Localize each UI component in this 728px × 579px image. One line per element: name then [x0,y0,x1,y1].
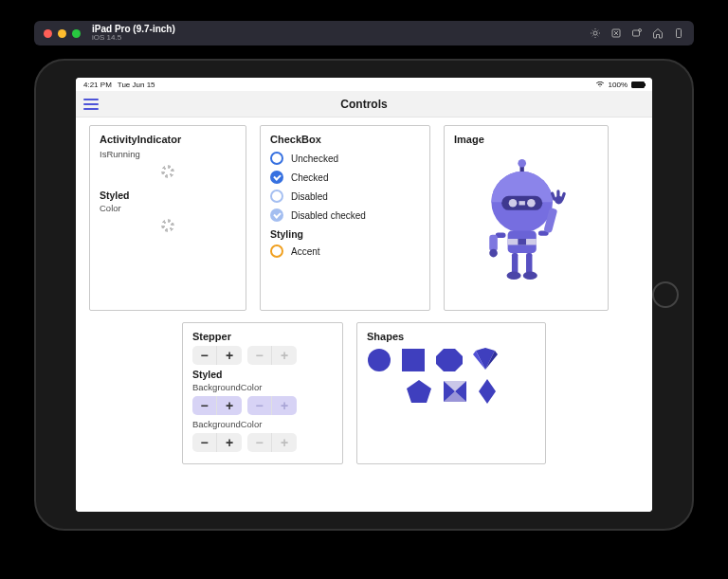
stepper-minus-button: − [247,346,272,365]
checkbox-label: Disabled checked [291,210,366,221]
rotate-icon[interactable] [673,27,684,39]
window-traffic-lights[interactable] [44,29,81,38]
spinner-styled [161,219,174,232]
stepper-minus-button: − [247,396,272,415]
svg-point-3 [639,29,642,32]
stepper-default-disabled: − + [247,346,297,365]
svg-rect-11 [519,201,524,205]
stepper-title: Stepper [192,331,333,342]
card-shapes: Shapes [356,322,546,464]
svg-rect-4 [677,29,682,38]
checkbox-row-disabled-checked: Disabled checked [270,206,420,225]
page-title: Controls [76,98,652,111]
checkbox-styling-label: Styling [270,228,420,240]
minimize-window-dot[interactable] [58,29,66,38]
simulator-toolbar [590,27,684,39]
svg-point-0 [593,31,597,35]
checkbox-row-unchecked: Unchecked [270,149,420,168]
svg-marker-30 [436,349,463,371]
ipad-bezel: 4:21 PM Tue Jun 15 100% Controls Activit… [34,59,694,531]
checkbox-label: Checked [291,172,328,183]
wifi-icon [595,81,605,88]
stepper-default[interactable]: − + [192,346,242,365]
shape-hourglass [442,379,468,404]
simulator-window-bar: iPad Pro (9.7-inch) iOS 14.5 [34,21,694,45]
checkbox-label: Disabled [291,191,328,202]
stepper-styled-label: Styled [192,369,333,380]
stepper-plus-button: + [272,346,297,365]
stepper-prop-bg1: BackgroundColor [192,382,333,392]
status-battery-text: 100% [609,81,628,89]
checkbox-checked[interactable] [270,171,283,184]
svg-marker-35 [407,380,431,403]
checkbox-label: Unchecked [291,154,338,164]
svg-marker-40 [479,379,496,404]
svg-point-17 [489,249,498,258]
stepper-default2-disabled: − + [247,433,297,452]
shape-pentagon [406,379,432,404]
ios-status-bar: 4:21 PM Tue Jun 15 100% [76,78,652,91]
activityindicator-prop-isrunning: IsRunning [100,149,236,159]
shape-square [401,348,426,372]
battery-icon [631,81,645,88]
stepper-minus-button: − [247,433,272,452]
shape-octagon [435,348,464,372]
card-activityindicator: ActivityIndicator IsRunning Styled Color [89,125,246,311]
image-title: Image [454,134,598,145]
checkbox-title: CheckBox [270,134,420,145]
svg-rect-16 [489,235,498,251]
stepper-default2[interactable]: − + [192,433,242,452]
stepper-plus-button: + [272,396,297,415]
screenshot-icon[interactable] [610,27,622,39]
checkbox-row-checked: Checked [270,168,420,187]
stepper-minus-button[interactable]: − [192,433,217,452]
card-checkbox: CheckBox Unchecked Checked Disabled [260,125,430,311]
svg-point-6 [518,159,526,168]
stepper-prop-bg2: BackgroundColor [192,419,333,429]
svg-point-27 [523,271,537,280]
checkbox-disabled-checked [270,208,283,222]
svg-point-28 [368,349,391,371]
svg-rect-21 [556,190,559,200]
appearance-icon[interactable] [590,27,601,39]
zoom-window-dot[interactable] [72,29,81,38]
home-icon[interactable] [652,27,664,39]
shapes-title: Shapes [367,331,536,342]
shape-circle [367,348,391,372]
nav-bar: Controls [76,91,652,118]
ipad-screen: 4:21 PM Tue Jun 15 100% Controls Activit… [76,78,652,512]
card-stepper: Stepper − + − + Styled BackgroundColor [182,322,343,464]
checkbox-unchecked[interactable] [270,152,283,165]
svg-point-26 [507,271,521,280]
svg-rect-14 [518,239,526,244]
stepper-plus-button[interactable]: + [217,396,242,415]
spinner-default [161,165,174,178]
svg-rect-24 [512,253,518,274]
stepper-minus-button[interactable]: − [192,396,217,415]
svg-point-10 [527,199,536,208]
shape-rhombus [478,378,497,405]
stepper-plus-button[interactable]: + [217,433,242,452]
stepper-plus-button: + [272,433,297,452]
card-image: Image [444,125,609,311]
svg-point-9 [509,199,518,208]
stepper-tinted[interactable]: − + [192,396,242,415]
simulator-os-label: iOS 14.5 [92,34,175,42]
svg-rect-25 [526,253,532,274]
close-window-dot[interactable] [44,29,52,38]
status-time: 4:21 PM [83,81,112,89]
stepper-tinted-disabled: − + [247,396,297,415]
home-button[interactable] [652,281,679,308]
svg-marker-32 [476,348,495,351]
checkbox-disabled [270,190,283,203]
stepper-minus-button[interactable]: − [192,346,217,365]
checkbox-label: Accent [291,246,320,257]
activityindicator-title: ActivityIndicator [100,134,236,145]
activityindicator-styled-label: Styled [100,190,236,201]
checkbox-accent[interactable] [270,244,283,258]
stepper-plus-button[interactable]: + [217,346,242,365]
svg-rect-29 [402,349,425,371]
record-icon[interactable] [631,27,643,39]
robot-image [454,149,598,302]
shape-diamond-top [473,348,498,372]
